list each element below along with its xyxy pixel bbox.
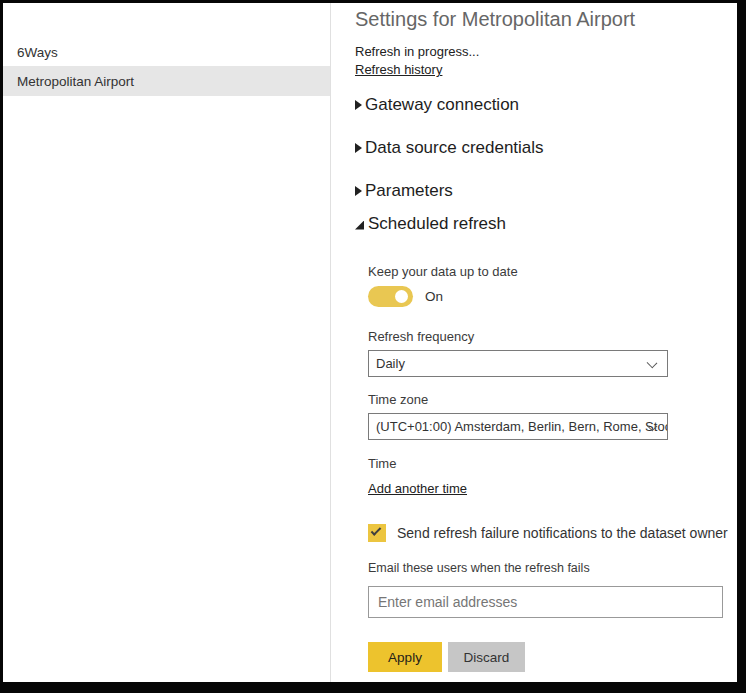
failure-notification-checkbox[interactable]	[368, 524, 386, 542]
discard-button[interactable]: Discard	[448, 642, 525, 672]
page-title: Settings for Metropolitan Airport	[355, 8, 635, 31]
sidebar-divider	[330, 3, 331, 682]
dataset-sidebar: 6Ways Metropolitan Airport	[3, 3, 330, 682]
add-another-time-link[interactable]: Add another time	[368, 481, 467, 496]
time-zone-value: (UTC+01:00) Amsterdam, Berlin, Bern, Rom…	[376, 419, 668, 434]
section-data-source-credentials[interactable]: Data source credentials	[355, 138, 544, 158]
refresh-status-text: Refresh in progress...	[355, 44, 479, 59]
section-parameters[interactable]: Parameters	[355, 181, 453, 201]
chevron-collapsed-icon	[355, 143, 362, 153]
section-label: Scheduled refresh	[368, 214, 506, 234]
time-label: Time	[368, 456, 396, 471]
toggle-state-label: On	[425, 289, 443, 304]
keep-data-toggle-row: On	[368, 286, 443, 307]
email-users-label: Email these users when the refresh fails	[368, 561, 590, 575]
sidebar-item-metropolitan-airport[interactable]: Metropolitan Airport	[3, 66, 330, 96]
chevron-expanded-icon	[355, 221, 364, 230]
refresh-frequency-value: Daily	[376, 356, 405, 371]
sidebar-item-label: 6Ways	[17, 45, 58, 60]
checkmark-icon	[371, 525, 382, 536]
keep-data-toggle[interactable]	[368, 286, 413, 307]
refresh-frequency-select[interactable]: Daily	[368, 350, 668, 377]
keep-data-label: Keep your data up to date	[368, 264, 518, 279]
toggle-knob	[395, 290, 408, 303]
chevron-collapsed-icon	[355, 100, 362, 110]
sidebar-item-6ways[interactable]: 6Ways	[3, 38, 330, 66]
refresh-history-link[interactable]: Refresh history	[355, 62, 442, 77]
chevron-collapsed-icon	[355, 186, 362, 196]
email-addresses-input[interactable]	[368, 586, 723, 618]
sidebar-item-label: Metropolitan Airport	[17, 74, 134, 89]
time-zone-label: Time zone	[368, 392, 428, 407]
section-label: Parameters	[365, 181, 453, 201]
settings-page: 6Ways Metropolitan Airport Settings for …	[3, 3, 737, 682]
failure-notification-row: Send refresh failure notifications to th…	[368, 524, 728, 542]
time-zone-select[interactable]: (UTC+01:00) Amsterdam, Berlin, Bern, Rom…	[368, 413, 668, 440]
section-label: Data source credentials	[365, 138, 544, 158]
section-gateway-connection[interactable]: Gateway connection	[355, 95, 519, 115]
failure-notification-label: Send refresh failure notifications to th…	[397, 525, 728, 541]
section-label: Gateway connection	[365, 95, 519, 115]
chevron-down-icon	[647, 358, 658, 369]
settings-content: Settings for Metropolitan Airport Refres…	[355, 3, 737, 682]
window-frame: 6Ways Metropolitan Airport Settings for …	[0, 0, 746, 693]
refresh-frequency-label: Refresh frequency	[368, 329, 474, 344]
apply-button[interactable]: Apply	[368, 642, 442, 672]
section-scheduled-refresh[interactable]: Scheduled refresh	[355, 214, 506, 234]
